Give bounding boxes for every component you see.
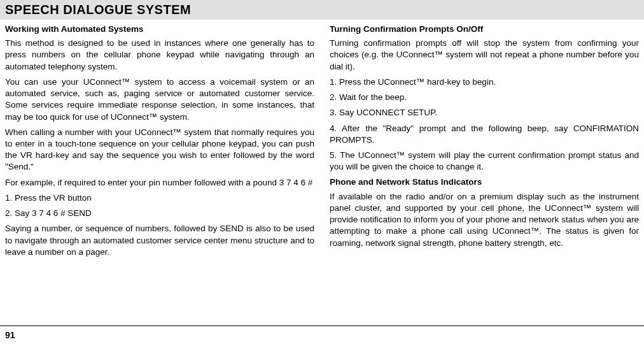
right-para-7: If available on the radio and/or on a pr… <box>330 191 639 249</box>
right-heading-1: Turning Confirmation Prompts On/Off <box>330 24 639 35</box>
right-para-5: 4. After the "Ready" prompt and the foll… <box>330 123 639 146</box>
right-para-2: 1. Press the UConnect™ hard-key to begin… <box>330 76 639 88</box>
right-para-3: 2. Wait for the beep. <box>330 92 639 103</box>
left-para-4: For example, if required to enter your p… <box>5 177 314 189</box>
left-para-6: 2. Say 3 7 4 6 # SEND <box>5 208 314 219</box>
footer-divider <box>0 326 644 326</box>
page-number: 91 <box>5 330 15 340</box>
page-title: SPEECH DIALOGUE SYSTEM <box>5 3 191 17</box>
left-para-1: This method is designed to be used in in… <box>5 38 314 73</box>
left-para-2: You can use your UConnect™ system to acc… <box>5 76 314 123</box>
right-para-6: 5. The UConnect™ system will play the cu… <box>330 150 639 173</box>
right-para-4: 3. Say UCONNECT SETUP. <box>330 107 639 118</box>
right-column: Turning Confirmation Prompts On/Off Turn… <box>322 24 639 262</box>
page-header: SPEECH DIALOGUE SYSTEM <box>0 0 644 20</box>
left-para-5: 1. Press the VR button <box>5 192 314 204</box>
right-heading-2: Phone and Network Status Indicators <box>330 176 639 188</box>
left-para-3: When calling a number with your UConnect… <box>5 127 314 173</box>
content-area: Working with Automated Systems This meth… <box>0 20 644 262</box>
left-column: Working with Automated Systems This meth… <box>5 24 322 262</box>
right-para-1: Turning confirmation prompts off will st… <box>330 38 639 73</box>
left-heading-1: Working with Automated Systems <box>5 24 314 35</box>
left-para-7: Saying a number, or sequence of numbers,… <box>5 223 314 258</box>
